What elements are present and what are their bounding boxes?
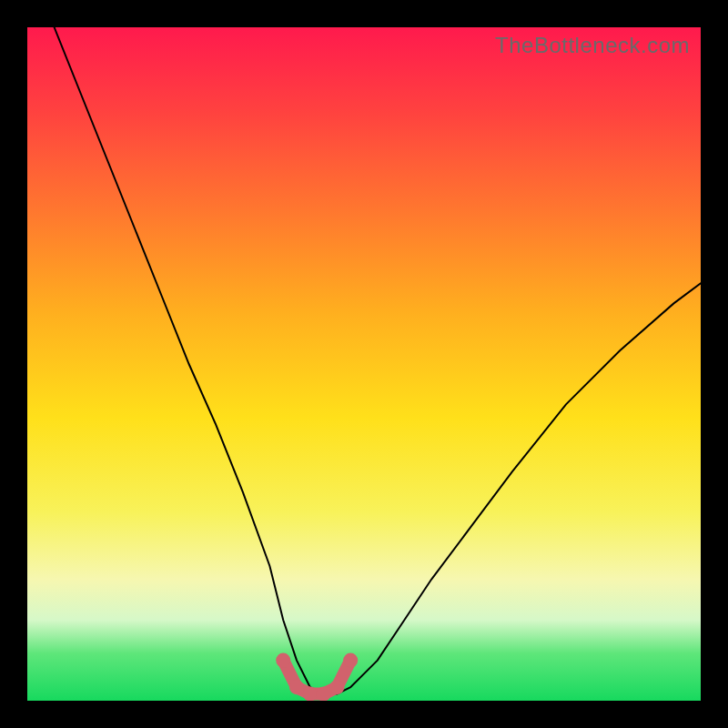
highlight-dot: [276, 653, 290, 668]
highlight-dot: [343, 653, 358, 668]
chart-frame: TheBottleneck.com: [0, 0, 728, 728]
chart-svg: [27, 27, 701, 701]
highlight-dot: [317, 687, 331, 701]
highlight-dot: [303, 687, 318, 701]
plot-area: TheBottleneck.com: [27, 27, 701, 701]
highlight-dot: [329, 680, 344, 694]
bottleneck-curve: [55, 27, 701, 694]
highlight-dot: [289, 680, 304, 694]
